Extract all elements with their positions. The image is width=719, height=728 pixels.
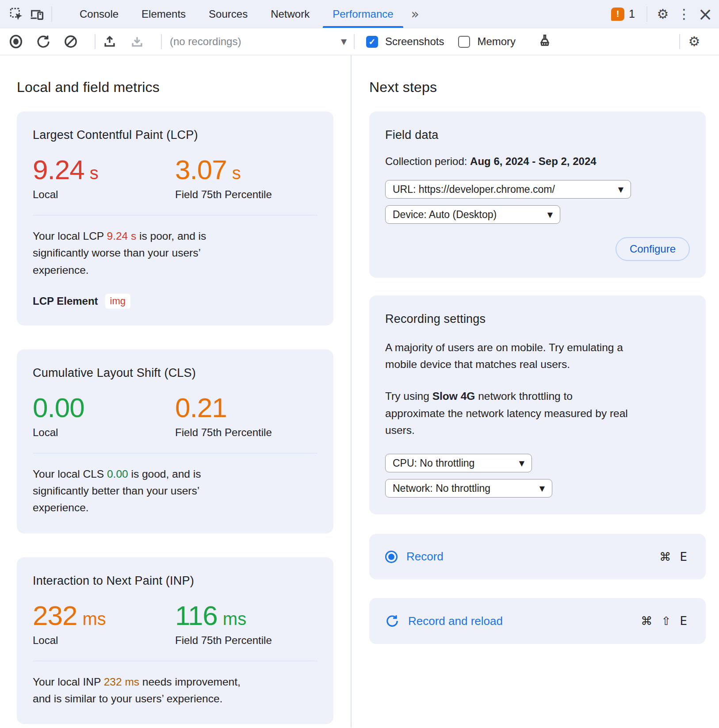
screenshots-label: Screenshots <box>385 35 444 48</box>
left-heading: Local and field metrics <box>17 79 333 96</box>
description-text: Your local LCP <box>33 230 107 242</box>
tab-performance[interactable]: Performance <box>321 0 405 28</box>
lcp-description: Your local LCP 9.24 s is poor, and is si… <box>33 228 250 279</box>
tab-console[interactable]: Console <box>68 0 130 28</box>
dropdown-arrow-icon: ▼ <box>539 484 545 493</box>
toolbar-divider <box>161 34 162 49</box>
paragraph-text: Try using <box>385 390 432 402</box>
toolbar-divider <box>679 34 680 49</box>
lcp-title: Largest Contentful Paint (LCP) <box>33 128 317 142</box>
settings-gear-icon[interactable]: ⚙ <box>653 4 673 24</box>
recordings-select-label: (no recordings) <box>170 35 241 48</box>
field-data-card: Field data Collection period: Aug 6, 202… <box>369 111 706 278</box>
gc-broom-icon[interactable] <box>535 32 555 51</box>
cls-field-value-block: 0.21 Field 75th Percentile <box>175 393 317 439</box>
record-icon <box>385 551 398 563</box>
cls-local-label: Local <box>33 426 175 439</box>
cls-field-value: 0.21 <box>175 393 317 422</box>
record-action-row[interactable]: Record ⌘ E <box>369 534 706 579</box>
url-select-label: URL: https://developer.chrome.com/ <box>393 184 555 195</box>
record-and-reload-button[interactable] <box>34 32 53 51</box>
right-heading: Next steps <box>369 79 706 96</box>
record-reload-shortcut: ⌘ ⇧ E <box>641 614 690 628</box>
local-field-metrics-pane: Local and field metrics Largest Contentf… <box>0 55 352 728</box>
slow-4g-highlight: Slow 4G <box>432 390 475 402</box>
inp-local-label: Local <box>33 634 175 647</box>
issues-counter[interactable]: ! 1 <box>605 8 641 21</box>
description-highlight: 232 ms <box>104 676 139 688</box>
value-number: 9.24 <box>33 154 84 185</box>
value-number: 0.00 <box>33 392 84 423</box>
cls-card: Cumulative Layout Shift (CLS) 0.00 Local… <box>17 349 333 533</box>
issue-warning-icon: ! <box>611 8 624 21</box>
more-tabs-icon[interactable]: » <box>405 0 425 28</box>
lcp-local-value-block: 9.24s Local <box>33 155 175 201</box>
card-divider <box>33 661 317 661</box>
screenshots-checkbox[interactable]: ✓ Screenshots <box>366 35 444 48</box>
download-profile-icon[interactable] <box>127 32 147 51</box>
configure-button[interactable]: Configure <box>616 237 690 261</box>
cls-field-label: Field 75th Percentile <box>175 426 317 439</box>
inp-field-value-block: 116ms Field 75th Percentile <box>175 601 317 647</box>
tab-sources[interactable]: Sources <box>197 0 259 28</box>
clear-recordings-icon[interactable] <box>61 32 80 51</box>
cls-local-value-block: 0.00 Local <box>33 393 175 439</box>
lcp-field-value-block: 3.07s Field 75th Percentile <box>175 155 317 201</box>
device-select-label: Device: Auto (Desktop) <box>393 209 497 221</box>
network-throttling-select[interactable]: Network: No throttling ▼ <box>385 479 552 498</box>
kebab-menu-icon[interactable]: ⋮ <box>674 4 694 24</box>
cpu-throttling-select[interactable]: CPU: No throttling ▼ <box>385 454 532 472</box>
next-steps-pane: Next steps Field data Collection period:… <box>352 55 719 728</box>
record-button[interactable] <box>6 32 26 51</box>
tab-bar-right-controls: ! 1 ⚙ ⋮ × <box>605 0 719 28</box>
dropdown-arrow-icon: ▼ <box>547 211 553 219</box>
memory-label: Memory <box>477 35 516 48</box>
tab-network[interactable]: Network <box>259 0 321 28</box>
inp-title: Interaction to Next Paint (INP) <box>33 574 317 588</box>
record-reload-action-row[interactable]: Record and reload ⌘ ⇧ E <box>369 598 706 644</box>
cls-local-value: 0.00 <box>33 393 175 422</box>
device-select[interactable]: Device: Auto (Desktop) ▼ <box>385 205 560 224</box>
upload-profile-icon[interactable] <box>100 32 119 51</box>
tab-elements[interactable]: Elements <box>130 0 197 28</box>
value-number: 116 <box>175 600 218 631</box>
lcp-element-label: LCP Element <box>33 295 98 307</box>
description-text: Your local CLS <box>33 468 107 480</box>
record-shortcut: ⌘ E <box>659 550 690 563</box>
check-icon: ✓ <box>369 37 376 47</box>
value-number: 0.21 <box>175 392 227 423</box>
description-highlight: 9.24 s <box>107 230 137 242</box>
inp-local-value: 232ms <box>33 601 175 630</box>
lcp-element-chip[interactable]: img <box>105 294 130 309</box>
toolbar-divider <box>354 34 355 49</box>
record-reload-icon <box>385 614 399 628</box>
lcp-local-label: Local <box>33 188 175 201</box>
device-toolbar-icon[interactable] <box>27 4 47 24</box>
collection-period-label: Collection period: <box>385 155 470 167</box>
value-number: 3.07 <box>175 154 227 185</box>
checkbox-unchecked-icon <box>458 36 470 48</box>
inspect-element-icon[interactable] <box>6 4 27 24</box>
url-select[interactable]: URL: https://developer.chrome.com/ ▼ <box>385 180 631 199</box>
inp-description: Your local INP 232 ms needs improvement,… <box>33 674 250 707</box>
memory-checkbox[interactable]: Memory <box>458 35 516 48</box>
inp-field-label: Field 75th Percentile <box>175 634 317 647</box>
cpu-select-label: CPU: No throttling <box>393 457 474 469</box>
dropdown-arrow-icon: ▼ <box>519 459 524 467</box>
toolbar-divider <box>51 7 52 22</box>
network-select-label: Network: No throttling <box>393 483 490 494</box>
panel-tabs: Console Elements Sources Network Perform… <box>68 0 425 28</box>
issues-count: 1 <box>629 8 635 20</box>
capture-settings-gear-icon[interactable]: ⚙ <box>685 32 704 51</box>
lcp-card: Largest Contentful Paint (LCP) 9.24s Loc… <box>17 111 333 326</box>
record-reload-action-label: Record and reload <box>408 614 503 628</box>
dropdown-arrow-icon: ▼ <box>618 185 623 194</box>
value-unit: ms <box>223 609 246 628</box>
recordings-select[interactable]: (no recordings) ▼ <box>170 35 347 48</box>
value-number: 232 <box>33 600 77 631</box>
value-unit: ms <box>82 609 106 628</box>
devtools-tab-bar: Console Elements Sources Network Perform… <box>0 0 719 28</box>
close-devtools-icon[interactable]: × <box>695 4 715 24</box>
performance-toolbar: (no recordings) ▼ ✓ Screenshots Memory ⚙ <box>0 28 719 55</box>
lcp-local-value: 9.24s <box>33 155 175 184</box>
